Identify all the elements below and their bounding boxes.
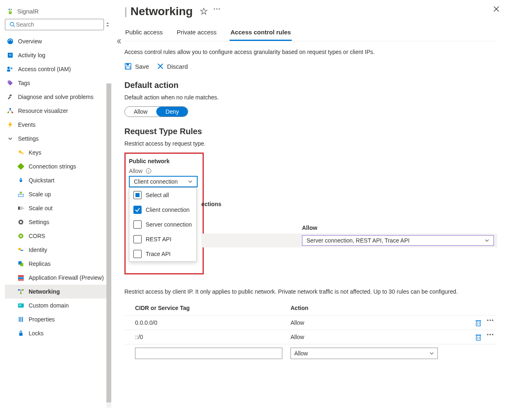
sidebar-item-quickstart[interactable]: Quickstart [5, 173, 111, 187]
command-bar: Save Discard [124, 63, 497, 70]
sidebar-item-identity[interactable]: Identity [5, 243, 111, 257]
svg-point-15 [7, 112, 9, 113]
svg-line-18 [10, 110, 12, 112]
option-label: REST API [146, 236, 171, 243]
sidebar-item-diagnose[interactable]: Diagnose and solve problems [5, 90, 111, 104]
page-title: Networking [131, 5, 193, 18]
sidebar-item-label: Resource visualizer [18, 108, 68, 114]
svg-point-72 [489, 334, 491, 335]
public-network-label: Public network [129, 158, 198, 164]
dropdown-option-trace-api[interactable]: Trace API [129, 247, 196, 261]
sidebar-item-visualizer[interactable]: Resource visualizer [5, 104, 111, 118]
sidebar-item-tags[interactable]: Tags [5, 76, 111, 90]
ip-rule-action: Allow [291, 334, 475, 340]
sidebar-search[interactable] [5, 19, 104, 30]
svg-rect-55 [126, 67, 130, 69]
save-button[interactable]: Save [124, 63, 149, 70]
chevron-down-icon [188, 179, 193, 184]
private-allow-dropdown[interactable]: Server connection, REST API, Trace API [302, 235, 494, 246]
dropdown-option-rest-api[interactable]: REST API [129, 232, 196, 247]
sidebar-item-activity-log[interactable]: Activity log [5, 48, 111, 62]
sidebar-item-cors[interactable]: CORS [5, 229, 111, 243]
dropdown-option-server-connection[interactable]: Server connection [129, 217, 196, 232]
pill-deny[interactable]: Deny [156, 107, 188, 117]
favorite-star-icon[interactable] [200, 8, 207, 15]
svg-rect-54 [126, 63, 129, 65]
sidebar-item-label: CORS [29, 233, 45, 239]
svg-rect-44 [19, 317, 20, 322]
pill-allow[interactable]: Allow [125, 107, 156, 117]
public-allow-combobox[interactable]: Client connection [129, 176, 198, 187]
sidebar-item-events[interactable]: Events [5, 118, 111, 132]
tab-private-access[interactable]: Private access [176, 25, 218, 41]
more-icon[interactable] [213, 8, 221, 15]
tab-public-access[interactable]: Public access [124, 25, 164, 41]
close-button[interactable] [493, 6, 500, 12]
public-network-highlight: Public network Allow i Client connection… [124, 153, 204, 274]
ip-table-header: CIDR or Service Tag Action [124, 301, 497, 315]
visualizer-icon [7, 107, 14, 115]
sidebar-item-label: Access control (IAM) [18, 66, 71, 72]
overview-icon [7, 38, 14, 45]
tab-access-control-rules[interactable]: Access control rules [230, 25, 292, 41]
discard-button[interactable]: Discard [157, 63, 188, 70]
sidebar-item-networking[interactable]: Networking [5, 285, 111, 299]
svg-rect-60 [476, 321, 480, 326]
sidebar-item-label: Properties [29, 316, 55, 323]
delete-rule-button[interactable] [475, 333, 482, 341]
sidebar-item-scaleout[interactable]: Scale out [5, 201, 111, 215]
row-more-button[interactable] [487, 319, 494, 326]
sidebar-item-settings[interactable]: Settings [5, 215, 111, 229]
sidebar-item-firewall[interactable]: Application Firewall (Preview) [5, 271, 111, 285]
sidebar-search-input[interactable] [16, 21, 100, 28]
sidebar-item-label: Networking [29, 288, 60, 295]
sidebar-item-label: Overview [18, 38, 42, 45]
sort-icon[interactable] [106, 22, 111, 27]
svg-point-10 [7, 67, 10, 69]
lightning-icon [7, 121, 14, 128]
new-cidr-input[interactable] [135, 348, 282, 359]
sidebar-item-label: Application Firewall (Preview) [29, 274, 104, 281]
scrollbar-thumb[interactable] [106, 83, 111, 402]
sidebar-group-settings[interactable]: Settings [5, 132, 111, 146]
sidebar-item-properties[interactable]: Properties [5, 312, 111, 326]
sidebar-item-label: Diagnose and solve problems [18, 94, 93, 100]
new-action-select[interactable]: Allow [291, 348, 438, 359]
action-header: Action [291, 305, 497, 311]
option-label: Client connection [146, 207, 189, 213]
new-action-value: Allow [294, 350, 308, 357]
default-action-toggle[interactable]: Allow Deny [124, 106, 188, 117]
signalr-service-icon [7, 7, 14, 15]
row-more-button[interactable] [487, 333, 494, 341]
dropdown-option-client-connection[interactable]: Client connection [129, 202, 196, 217]
sidebar-item-connstr[interactable]: Connection strings [5, 159, 111, 173]
sidebar-item-replicas[interactable]: Replicas [5, 257, 111, 271]
default-action-help: Default action when no rule matches. [124, 94, 497, 101]
dropdown-option-select-all[interactable]: Select all [129, 188, 196, 202]
sidebar-item-label: Replicas [29, 261, 51, 267]
sidebar-item-iam[interactable]: Access control (IAM) [5, 62, 111, 76]
sidebar-item-customdomain[interactable]: Custom domain [5, 299, 111, 312]
tab-description: Access control rules allow you to config… [124, 49, 497, 55]
svg-line-17 [9, 110, 10, 112]
scale-up-icon [17, 191, 25, 198]
sidebar-item-label: Quickstart [29, 177, 54, 184]
sidebar-item-scaleup[interactable]: Scale up [5, 187, 111, 201]
svg-rect-24 [18, 194, 23, 197]
sidebar-item-label: Identity [29, 247, 47, 253]
discard-label: Discard [167, 63, 188, 70]
svg-rect-21 [23, 153, 23, 154]
svg-rect-7 [8, 53, 13, 58]
delete-rule-button[interactable] [475, 319, 482, 326]
info-icon[interactable]: i [146, 168, 151, 174]
sidebar-item-label: Locks [29, 330, 44, 337]
domain-icon [17, 302, 25, 309]
save-label: Save [135, 63, 149, 70]
sidebar-item-locks[interactable]: Locks [5, 326, 111, 340]
private-endpoint-row: Server connection, REST API, Trace API [201, 234, 497, 247]
sidebar-item-overview[interactable]: Overview [5, 34, 111, 48]
sidebar-item-keys[interactable]: Keys [5, 146, 111, 159]
tab-bar: Public access Private access Access cont… [124, 25, 497, 41]
svg-point-4 [10, 22, 14, 26]
connection-icon [17, 163, 25, 170]
